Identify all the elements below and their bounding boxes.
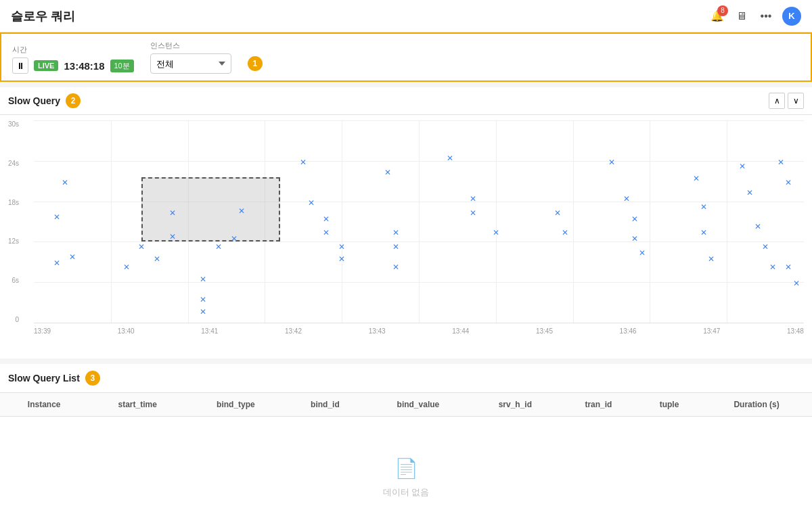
scatter-dot[interactable]: ✕ [639,248,646,255]
x-label-1341: 13:41 [201,327,218,335]
scatter-dot[interactable]: ✕ [308,198,315,205]
scatter-dot[interactable]: ✕ [238,206,245,213]
x-label-1345: 13:45 [536,327,553,335]
scatter-dot[interactable]: ✕ [700,228,707,235]
scatter-dot[interactable]: ✕ [554,208,561,215]
x-label-1339: 13:39 [34,327,51,335]
x-label-1346: 13:46 [620,327,637,335]
vgrid-5 [419,120,420,323]
col-instance: Instance [0,393,88,417]
col-tuple: tuple [637,393,701,417]
chart-plot: ✕✕✕✕✕✕✕✕✕✕✕✕✕✕✕✕✕✕✕✕✕✕✕✕✕✕✕✕✕✕✕✕✕✕✕✕✕✕✕✕… [34,120,804,323]
scatter-dot[interactable]: ✕ [470,208,476,215]
no-data-icon: 📄 [394,457,418,480]
pause-button[interactable]: ⏸ [12,57,28,74]
table-wrap: Instance start_time bind_type bind_id bi… [0,393,812,417]
scatter-dot[interactable]: ✕ [392,262,399,269]
scatter-dot[interactable]: ✕ [215,242,222,249]
page-title: 슬로우 쿼리 [11,8,75,24]
y-label-12s: 12s [8,237,19,245]
scatter-dot[interactable]: ✕ [785,178,792,185]
list-section-header: Slow Query List 3 [0,364,812,393]
scatter-dot[interactable]: ✕ [338,254,345,261]
table-header-row: Instance start_time bind_type bind_id bi… [0,393,812,417]
scatter-dot[interactable]: ✕ [323,214,330,221]
list-section-title: Slow Query List [8,373,80,384]
collapse-down-button[interactable]: ∨ [788,93,804,109]
scatter-dot[interactable]: ✕ [793,279,800,285]
scatter-dot[interactable]: ✕ [300,158,307,164]
scatter-dot[interactable]: ✕ [53,212,60,219]
scatter-dot[interactable]: ✕ [623,194,630,201]
scatter-dot[interactable]: ✕ [739,162,746,168]
scatter-dot[interactable]: ✕ [769,262,776,269]
scatter-dot[interactable]: ✕ [562,228,568,235]
col-bind-id: bind_id [285,393,366,417]
scatter-dot[interactable]: ✕ [631,214,638,221]
vgrid-6 [496,120,497,323]
col-srv-h-id: srv_h_id [471,393,560,417]
slow-query-collapse-controls: ∧ ∨ [769,93,804,109]
scatter-dot[interactable]: ✕ [762,242,769,249]
pause-icon: ⏸ [16,61,25,71]
collapse-up-button[interactable]: ∧ [769,93,785,109]
vgrid-2 [188,120,189,323]
selection-rect [141,177,280,242]
col-bind-type: bind_type [187,393,285,417]
scatter-dot[interactable]: ✕ [338,242,345,249]
vgrid-9 [727,120,727,323]
scatter-dot[interactable]: ✕ [200,307,206,314]
scatter-dot[interactable]: ✕ [447,154,453,160]
scatter-dot[interactable]: ✕ [392,228,399,235]
scatter-dot[interactable]: ✕ [169,232,176,239]
notification-bell-icon[interactable]: 🔔 8 [709,8,725,24]
instance-label: 인스턴스 [150,41,231,51]
monitor-icon[interactable]: 🖥 [734,8,750,24]
scatter-dot[interactable]: ✕ [169,208,176,215]
y-axis: 30s 24s 18s 12s 6s 0 [8,120,19,323]
scatter-dot[interactable]: ✕ [200,275,206,281]
vgrid-4 [342,120,342,323]
slow-query-table: Instance start_time bind_type bind_id bi… [0,393,812,417]
x-label-1342: 13:42 [285,327,302,335]
live-badge: LIVE [34,60,58,71]
scatter-dot[interactable]: ✕ [231,234,238,241]
scatter-dot[interactable]: ✕ [608,158,615,164]
header-icons: 🔔 8 🖥 ••• K [709,7,801,26]
scatter-dot[interactable]: ✕ [700,202,707,209]
y-label-30s: 30s [8,120,19,128]
x-label-1347: 13:47 [703,327,720,335]
scatter-dot[interactable]: ✕ [785,262,792,269]
slow-query-chart-container: 30s 24s 18s 12s 6s 0 [0,115,812,359]
instance-control-group: 인스턴스 전체 instance-1 instance-2 [150,41,231,74]
scatter-dot[interactable]: ✕ [631,234,638,241]
scatter-dot[interactable]: ✕ [693,174,700,181]
scatter-dot[interactable]: ✕ [392,242,399,249]
scatter-dot[interactable]: ✕ [754,222,761,229]
scatter-dot[interactable]: ✕ [384,168,391,175]
more-icon[interactable]: ••• [758,8,774,24]
scatter-dot[interactable]: ✕ [323,228,330,235]
x-axis: 13:39 13:40 13:41 13:42 13:43 13:44 13:4… [34,327,804,335]
scatter-dot[interactable]: ✕ [493,228,499,235]
scatter-dot[interactable]: ✕ [746,188,753,195]
scatter-dot[interactable]: ✕ [470,194,476,201]
scatter-dot[interactable]: ✕ [777,158,784,164]
scatter-dot[interactable]: ✕ [708,254,715,261]
slow-query-badge: 2 [66,93,81,108]
scatter-dot[interactable]: ✕ [123,262,130,269]
user-avatar[interactable]: K [782,7,801,26]
scatter-dot[interactable]: ✕ [53,258,60,265]
scatter-dot[interactable]: ✕ [69,252,76,259]
scatter-dot[interactable]: ✕ [62,178,68,185]
vgrid-1 [111,120,112,323]
vgrid-3 [265,120,265,323]
col-bind-value: bind_value [365,393,470,417]
scatter-dot[interactable]: ✕ [154,254,160,261]
x-label-1344: 13:44 [452,327,469,335]
app-header: 슬로우 쿼리 🔔 8 🖥 ••• K [0,0,812,32]
col-duration: Duration (s) [701,393,812,417]
scatter-dot[interactable]: ✕ [200,295,206,302]
scatter-dot[interactable]: ✕ [138,242,145,249]
instance-select[interactable]: 전체 instance-1 instance-2 [150,53,231,74]
